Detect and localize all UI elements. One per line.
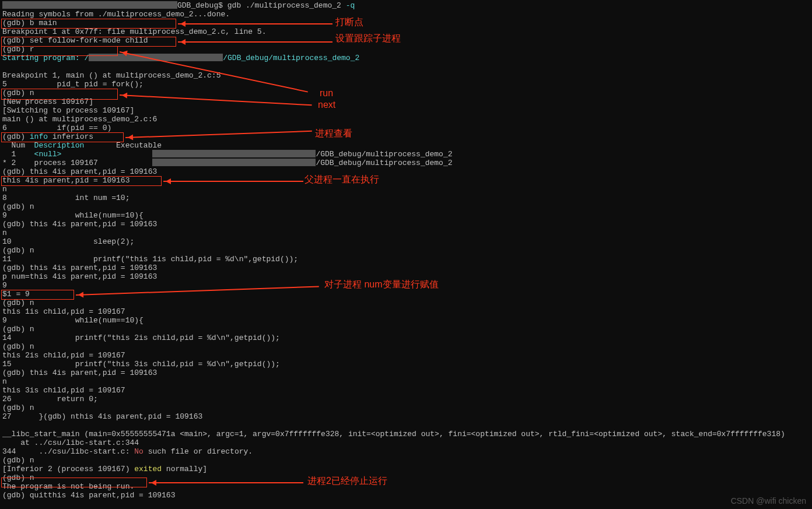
annot-num-assign: 对子进程 num变量进行赋值 bbox=[324, 280, 439, 289]
breakpoint-msg: Breakpoint 1 at 0x77f: file multiprocess… bbox=[2, 27, 810, 36]
box-r bbox=[1, 46, 118, 56]
gdb-n-6: (gdb) n bbox=[2, 342, 810, 351]
gdb-parent-2: (gdb) this 4is parent,pid = 109163 bbox=[2, 220, 810, 229]
gdb-parent-3: (gdb) this 4is parent,pid = 109163 bbox=[2, 264, 810, 272]
src-line-5: 5 pid_t pid = fork(); bbox=[2, 80, 810, 89]
arrow-follow bbox=[178, 41, 332, 43]
src-line-8: 8 int num =10; bbox=[2, 194, 810, 202]
box-n bbox=[1, 89, 118, 100]
box-info-inferiors bbox=[1, 132, 124, 142]
main-at: main () at multiprocess_demo_2.c:6 bbox=[2, 115, 810, 124]
gdb-n-7: (gdb) n bbox=[2, 403, 810, 412]
this-2-child: this 2is child,pid = 109167 bbox=[2, 351, 810, 360]
annot-run: run bbox=[320, 89, 333, 97]
n: n bbox=[2, 229, 810, 237]
src-line-14: 14 printf("this 2is child,pid = %d\n",ge… bbox=[2, 334, 810, 342]
src-line-15: 15 printf("this 3is child,pid = %d\n",ge… bbox=[2, 360, 810, 368]
gdb-quit: (gdb) quitthis 4is parent,pid = 109163 bbox=[2, 491, 810, 500]
bp-hit: Breakpoint 1, main () at multiprocess_de… bbox=[2, 71, 810, 80]
gdb-n-2: (gdb) n bbox=[2, 202, 810, 211]
gdb-parent-1: (gdb) this 4is parent,pid = 109163 bbox=[2, 167, 810, 176]
libc-start-main: __libc_start_main (main=0x55555555471a <… bbox=[2, 430, 810, 438]
watermark: CSDN @wifi chicken bbox=[731, 497, 806, 506]
src-line-9: 9 while(num==10){ bbox=[2, 211, 810, 220]
inferiors-row-1: 1 <null> /GDB_debug/multiprocess_demo_2 bbox=[2, 150, 810, 159]
src-line-11: 11 printf("this 1is child,pid = %d\n",ge… bbox=[2, 255, 810, 264]
libc-at: at ../csu/libc-start.c:344 bbox=[2, 438, 810, 447]
box-parent-running bbox=[1, 176, 162, 186]
src-line-26: 26 return 0; bbox=[2, 395, 810, 403]
gdb-parent-4: (gdb) this 4is parent,pid = 109163 bbox=[2, 368, 810, 377]
this-3-child: this 3is child,pid = 109167 bbox=[2, 386, 810, 395]
inferiors-row-2: * 2 process 109167 /GDB_debug/multiproce… bbox=[2, 159, 810, 167]
gdb-n-5: (gdb) n bbox=[2, 325, 810, 334]
gdb-n-3: (gdb) n bbox=[2, 246, 810, 255]
annot-follow-child: 设置跟踪子进程 bbox=[335, 34, 401, 43]
blank bbox=[2, 62, 810, 71]
annot-next: next bbox=[318, 100, 335, 109]
box-dollar1 bbox=[1, 290, 74, 300]
inferiors-header: Num Description Executable bbox=[2, 141, 810, 150]
shell-prompt: GDB_debug$ gdb ./multiprocess_demo_2 -q bbox=[2, 1, 810, 10]
src-line-27: 27 }(gdb) nthis 4is parent,pid = 109163 bbox=[2, 412, 810, 421]
arrow-stopped bbox=[149, 482, 303, 483]
read-symbols: Reading symbols from ./multiprocess_demo… bbox=[2, 10, 810, 19]
this-1-child: this 1is child,pid = 109167 bbox=[2, 307, 810, 316]
line-344: 344 ../csu/libc-start.c: No such file or… bbox=[2, 447, 810, 456]
blank bbox=[2, 421, 810, 430]
annot-process-view: 进程查看 bbox=[315, 129, 352, 138]
inferior2-exit: [Inferior 2 (process 109167) exited norm… bbox=[2, 465, 810, 473]
annot-breakpoint: 打断点 bbox=[335, 17, 363, 26]
gdb-n-4: (gdb) n bbox=[2, 299, 810, 307]
new-process: [New process 109167] bbox=[2, 97, 810, 106]
src-line-9b: 9 while(num==10){ bbox=[2, 316, 810, 325]
arrow-b-main bbox=[178, 23, 332, 24]
switching: [Switching to process 109167] bbox=[2, 106, 810, 115]
dollar-1: $1 = 9 bbox=[2, 290, 810, 299]
n: n bbox=[2, 185, 810, 194]
n: n bbox=[2, 377, 810, 386]
annot-parent-running: 父进程一直在执行 bbox=[304, 175, 379, 184]
arrow-parent-running bbox=[163, 181, 303, 182]
annot-proc2-stopped: 进程2已经停止运行 bbox=[307, 476, 387, 485]
box-set-follow bbox=[1, 37, 176, 47]
gdb-n-8: (gdb) n bbox=[2, 456, 810, 465]
box-not-running bbox=[1, 478, 147, 487]
terminal-output: GDB_debug$ gdb ./multiprocess_demo_2 -q … bbox=[2, 1, 810, 500]
box-b-main bbox=[1, 19, 176, 29]
src-line-10: 10 sleep(2); bbox=[2, 237, 810, 246]
src-line-6: 6 if(pid == 0) bbox=[2, 124, 810, 132]
